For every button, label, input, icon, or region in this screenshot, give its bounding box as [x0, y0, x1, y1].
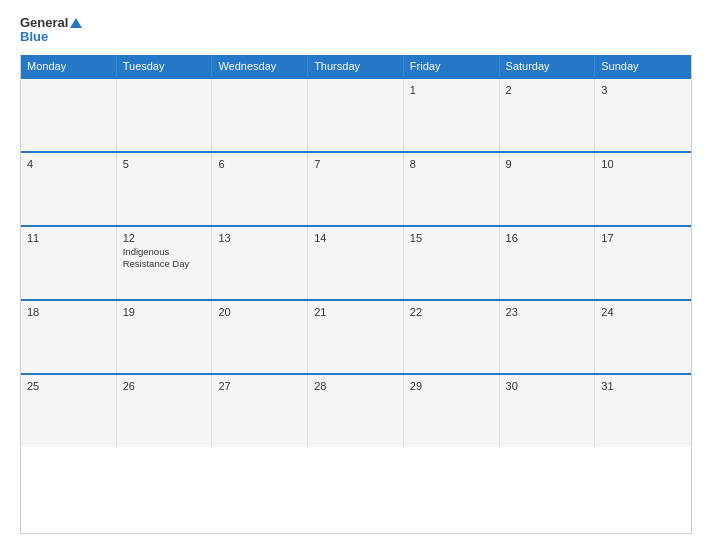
- day-cell: 16: [500, 227, 596, 299]
- day-number: 7: [314, 158, 397, 170]
- day-number: 13: [218, 232, 301, 244]
- day-number: 6: [218, 158, 301, 170]
- day-cell: 11: [21, 227, 117, 299]
- day-cell: 21: [308, 301, 404, 373]
- day-number: 31: [601, 380, 685, 392]
- day-number: 5: [123, 158, 206, 170]
- day-cell: 12Indigenous Resistance Day: [117, 227, 213, 299]
- day-cell: 7: [308, 153, 404, 225]
- logo-text-general: General: [20, 16, 68, 30]
- day-number: 8: [410, 158, 493, 170]
- day-number: 25: [27, 380, 110, 392]
- day-number: 3: [601, 84, 685, 96]
- day-header-monday: Monday: [21, 55, 117, 77]
- weeks-container: 123456789101112Indigenous Resistance Day…: [21, 77, 691, 447]
- week-row-1: 123: [21, 77, 691, 151]
- day-number: 17: [601, 232, 685, 244]
- day-number: 29: [410, 380, 493, 392]
- day-number: 2: [506, 84, 589, 96]
- day-cell: [212, 79, 308, 151]
- day-number: 24: [601, 306, 685, 318]
- day-number: 10: [601, 158, 685, 170]
- day-header-tuesday: Tuesday: [117, 55, 213, 77]
- day-number: 23: [506, 306, 589, 318]
- day-header-thursday: Thursday: [308, 55, 404, 77]
- event-label: Indigenous Resistance Day: [123, 246, 206, 271]
- day-cell: 4: [21, 153, 117, 225]
- day-cell: 15: [404, 227, 500, 299]
- day-cell: 25: [21, 375, 117, 447]
- day-cell: 22: [404, 301, 500, 373]
- day-number: 16: [506, 232, 589, 244]
- calendar-page: General Blue MondayTuesdayWednesdayThurs…: [0, 0, 712, 550]
- day-header-wednesday: Wednesday: [212, 55, 308, 77]
- day-number: 18: [27, 306, 110, 318]
- logo-triangle-icon: [70, 18, 82, 28]
- day-number: 9: [506, 158, 589, 170]
- day-cell: 9: [500, 153, 596, 225]
- day-cell: 8: [404, 153, 500, 225]
- logo-text-blue: Blue: [20, 30, 82, 44]
- day-number: 1: [410, 84, 493, 96]
- day-cell: 24: [595, 301, 691, 373]
- day-cell: 17: [595, 227, 691, 299]
- day-number: 12: [123, 232, 206, 244]
- day-cell: 23: [500, 301, 596, 373]
- day-cell: 6: [212, 153, 308, 225]
- day-cell: 10: [595, 153, 691, 225]
- day-number: 22: [410, 306, 493, 318]
- day-number: 4: [27, 158, 110, 170]
- day-cell: 5: [117, 153, 213, 225]
- day-cell: [21, 79, 117, 151]
- day-number: 21: [314, 306, 397, 318]
- week-row-2: 45678910: [21, 151, 691, 225]
- day-header-sunday: Sunday: [595, 55, 691, 77]
- day-cell: 28: [308, 375, 404, 447]
- day-cell: [117, 79, 213, 151]
- day-cell: 3: [595, 79, 691, 151]
- day-headers-row: MondayTuesdayWednesdayThursdayFridaySatu…: [21, 55, 691, 77]
- day-header-saturday: Saturday: [500, 55, 596, 77]
- day-cell: 14: [308, 227, 404, 299]
- day-number: 28: [314, 380, 397, 392]
- week-row-3: 1112Indigenous Resistance Day1314151617: [21, 225, 691, 299]
- day-number: 11: [27, 232, 110, 244]
- day-cell: 2: [500, 79, 596, 151]
- day-number: 20: [218, 306, 301, 318]
- week-row-5: 25262728293031: [21, 373, 691, 447]
- day-number: 26: [123, 380, 206, 392]
- day-cell: 20: [212, 301, 308, 373]
- logo-container: General Blue: [20, 16, 82, 45]
- day-cell: [308, 79, 404, 151]
- calendar-grid: MondayTuesdayWednesdayThursdayFridaySatu…: [20, 55, 692, 534]
- day-number: 15: [410, 232, 493, 244]
- day-number: 19: [123, 306, 206, 318]
- day-number: 30: [506, 380, 589, 392]
- day-cell: 1: [404, 79, 500, 151]
- calendar-header: General Blue: [20, 16, 692, 45]
- day-header-friday: Friday: [404, 55, 500, 77]
- day-cell: 29: [404, 375, 500, 447]
- day-number: 27: [218, 380, 301, 392]
- day-cell: 18: [21, 301, 117, 373]
- logo: General Blue: [20, 16, 82, 45]
- day-cell: 13: [212, 227, 308, 299]
- day-cell: 31: [595, 375, 691, 447]
- day-cell: 19: [117, 301, 213, 373]
- day-cell: 26: [117, 375, 213, 447]
- day-cell: 30: [500, 375, 596, 447]
- week-row-4: 18192021222324: [21, 299, 691, 373]
- day-cell: 27: [212, 375, 308, 447]
- day-number: 14: [314, 232, 397, 244]
